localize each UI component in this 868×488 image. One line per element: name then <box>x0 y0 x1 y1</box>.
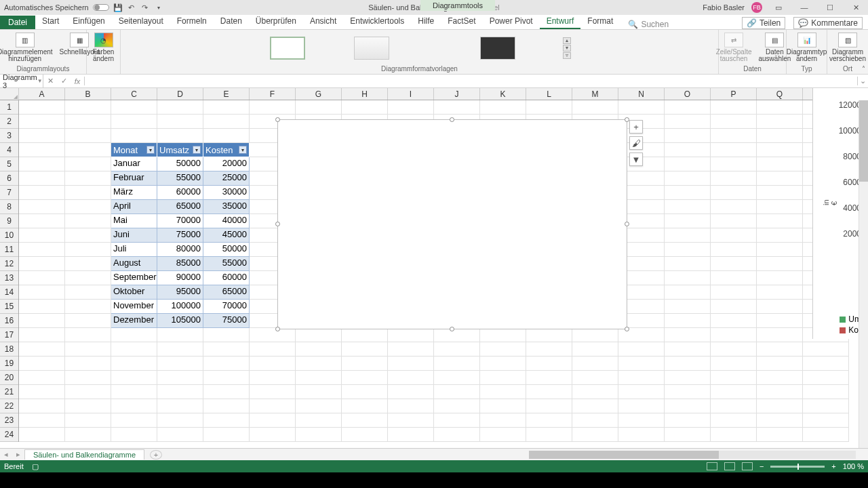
table-cell[interactable]: 95000 <box>157 285 203 300</box>
table-cell[interactable]: 65000 <box>203 285 250 300</box>
cell[interactable] <box>250 357 296 371</box>
cell[interactable] <box>388 100 434 115</box>
cell[interactable] <box>665 371 711 385</box>
cell[interactable] <box>388 428 434 442</box>
cell[interactable] <box>711 100 757 115</box>
sheet-tab[interactable]: Säulen- und Balkendiagramme <box>24 449 144 460</box>
cell[interactable] <box>665 171 711 186</box>
filter-icon[interactable]: ▾ <box>146 146 155 154</box>
cell[interactable] <box>757 129 803 143</box>
cell[interactable] <box>711 357 757 371</box>
change-colors-button[interactable]: ◔Farben ändern <box>89 31 119 64</box>
cell[interactable] <box>618 371 665 385</box>
cell[interactable] <box>65 328 111 342</box>
table-cell[interactable]: Juni <box>111 228 157 243</box>
cell[interactable] <box>342 371 388 385</box>
cell[interactable] <box>711 257 757 271</box>
cell[interactable] <box>65 342 111 357</box>
cell[interactable] <box>665 186 711 200</box>
table-cell[interactable]: Dezember <box>111 314 157 328</box>
cell[interactable] <box>111 399 157 413</box>
table-cell[interactable]: März <box>111 186 157 200</box>
tab-einfügen[interactable]: Einfügen <box>66 14 111 29</box>
cell[interactable] <box>711 115 757 129</box>
cell[interactable] <box>65 314 111 328</box>
spreadsheet-grid[interactable]: ABCDEFGHIJKLMNOPQR 123456789101112131415… <box>0 88 868 448</box>
row-header[interactable]: 16 <box>0 314 18 328</box>
cell[interactable] <box>65 385 111 399</box>
cell[interactable] <box>65 271 111 285</box>
column-header[interactable]: J <box>434 88 480 100</box>
cell[interactable] <box>65 157 111 171</box>
save-icon[interactable]: 💾 <box>113 3 123 12</box>
expand-formula-bar-icon[interactable]: ⌄ <box>857 77 868 85</box>
cell[interactable] <box>665 157 711 171</box>
tab-formeln[interactable]: Formeln <box>170 14 214 29</box>
zoom-slider[interactable] <box>770 466 825 468</box>
cell[interactable] <box>203 428 250 442</box>
cell[interactable] <box>480 342 526 357</box>
row-header[interactable]: 8 <box>0 200 18 214</box>
row-header[interactable]: 5 <box>0 157 18 171</box>
tab-daten[interactable]: Daten <box>214 14 249 29</box>
cell[interactable] <box>665 314 711 328</box>
cell[interactable] <box>526 413 572 428</box>
table-header[interactable]: Monat▾ <box>111 143 157 157</box>
ribbon-display-icon[interactable]: ▭ <box>769 1 788 14</box>
cell[interactable] <box>157 100 203 115</box>
row-header[interactable]: 2 <box>0 115 18 129</box>
table-cell[interactable]: 100000 <box>157 300 203 314</box>
filter-icon[interactable]: ▾ <box>193 146 201 154</box>
cell[interactable] <box>665 428 711 442</box>
cell[interactable] <box>572 342 618 357</box>
tab-start[interactable]: Start <box>35 14 66 29</box>
cell[interactable] <box>480 100 526 115</box>
column-header[interactable]: I <box>388 88 434 100</box>
table-cell[interactable]: 65000 <box>157 200 203 214</box>
cell[interactable] <box>526 399 572 413</box>
cell[interactable] <box>19 328 65 342</box>
cell[interactable] <box>665 243 711 257</box>
cell[interactable] <box>19 428 65 442</box>
column-header[interactable]: H <box>342 88 388 100</box>
fx-icon[interactable]: fx <box>71 77 84 85</box>
cell[interactable] <box>250 328 296 342</box>
cell[interactable] <box>250 428 296 442</box>
cell[interactable] <box>434 100 480 115</box>
cell[interactable] <box>342 342 388 357</box>
row-header[interactable]: 15 <box>0 300 18 314</box>
close-icon[interactable]: ✕ <box>846 1 865 14</box>
cell[interactable] <box>342 357 388 371</box>
row-header[interactable]: 17 <box>0 328 18 342</box>
cell[interactable] <box>296 399 342 413</box>
cell[interactable] <box>65 171 111 186</box>
table-cell[interactable]: 105000 <box>157 314 203 328</box>
tab-hilfe[interactable]: Hilfe <box>411 14 441 29</box>
collapse-ribbon-icon[interactable]: ˄ <box>862 65 865 73</box>
cell[interactable] <box>757 143 803 157</box>
cell[interactable] <box>19 399 65 413</box>
cell[interactable] <box>19 186 65 200</box>
cell[interactable] <box>711 314 757 328</box>
cell[interactable] <box>665 271 711 285</box>
cell[interactable] <box>572 371 618 385</box>
cell[interactable] <box>711 285 757 300</box>
resize-handle[interactable] <box>275 117 280 122</box>
cell[interactable] <box>434 385 480 399</box>
cell[interactable] <box>572 413 618 428</box>
cell[interactable] <box>19 357 65 371</box>
cell[interactable] <box>434 413 480 428</box>
cell[interactable] <box>388 399 434 413</box>
row-header[interactable]: 9 <box>0 214 18 228</box>
cell[interactable] <box>757 171 803 186</box>
cell[interactable] <box>203 357 250 371</box>
zoom-out-icon[interactable]: − <box>760 462 764 470</box>
table-cell[interactable]: Februar <box>111 171 157 186</box>
cell[interactable] <box>250 342 296 357</box>
cell[interactable] <box>665 300 711 314</box>
cell[interactable] <box>203 115 250 129</box>
cell[interactable] <box>572 357 618 371</box>
table-cell[interactable]: April <box>111 200 157 214</box>
cell[interactable] <box>388 371 434 385</box>
cell[interactable] <box>711 157 757 171</box>
